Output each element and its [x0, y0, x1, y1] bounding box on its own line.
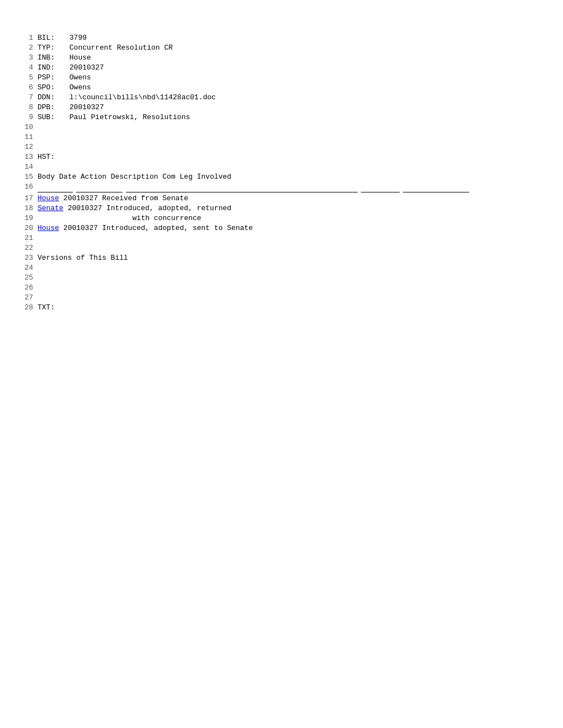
line-num-17: 17: [22, 194, 38, 204]
line-num-13: 13: [22, 152, 38, 162]
hist-row1-body[interactable]: House: [38, 194, 59, 202]
psp-value: Owens: [70, 73, 91, 82]
line-13: 13 HST:: [22, 152, 541, 162]
line-num-5: 5: [22, 73, 38, 83]
hist-row2-body[interactable]: Senate: [38, 204, 63, 212]
line-15: 15 Body Date Action Description Com Leg …: [22, 172, 541, 182]
line-9: 9 SUB: Paul Pietrowski, Resolutions: [22, 113, 541, 122]
hist-divider-row: [38, 182, 541, 194]
line-num-27: 27: [22, 293, 38, 303]
line-5: 5 PSP: Owens: [22, 73, 541, 83]
line-content-1: BIL: 3799: [38, 33, 541, 43]
line-content-3: INB: House: [38, 53, 541, 63]
line-17: 17 House 20010327 Received from Senate: [22, 194, 541, 204]
line-num-18: 18: [22, 204, 38, 213]
hst-label: HST:: [38, 152, 65, 162]
line-2: 2 TYP: Concurrent Resolution CR: [22, 43, 541, 53]
line-4: 4 IND: 20010327: [22, 63, 541, 73]
line-content-5: PSP: Owens: [38, 73, 541, 83]
ind-value: 20010327: [70, 63, 104, 72]
line-6: 6 SPO: Owens: [22, 83, 541, 93]
line-num-28: 28: [22, 303, 38, 313]
bil-value: 3799: [70, 34, 87, 42]
line-27: 27: [22, 293, 541, 303]
line-num-21: 21: [22, 233, 38, 243]
line-content-8: DPB: 20010327: [38, 103, 541, 113]
spo-label: SPO:: [38, 83, 65, 93]
hist-row-2: Senate 20010327 Introduced, adopted, ret…: [38, 204, 541, 213]
line-num-14: 14: [22, 162, 38, 172]
line-num-10: 10: [22, 122, 38, 132]
line-1: 1 BIL: 3799: [22, 33, 541, 43]
line-content-7: DDN: l:\council\bills\nbd\11428ac01.doc: [38, 93, 541, 103]
dpb-label: DPB:: [38, 103, 65, 113]
line-num-6: 6: [22, 83, 38, 93]
hist-header-date: Date: [59, 173, 76, 181]
line-10: 10: [22, 122, 541, 132]
line-num-7: 7: [22, 93, 38, 103]
line-num-3: 3: [22, 53, 38, 63]
ddn-label: DDN:: [38, 93, 65, 103]
ind-label: IND:: [38, 63, 65, 73]
line-num-11: 11: [22, 132, 38, 142]
line-num-25: 25: [22, 273, 38, 283]
versions-label: Versions of This Bill: [38, 253, 541, 263]
inb-label: INB:: [38, 53, 65, 63]
sub-value: Paul Pietrowski, Resolutions: [70, 113, 190, 121]
line-content-4: IND: 20010327: [38, 63, 541, 73]
line-20: 20 House 20010327 Introduced, adopted, s…: [22, 223, 541, 233]
hist-row3-body[interactable]: House: [38, 224, 59, 232]
line-7: 7 DDN: l:\council\bills\nbd\11428ac01.do…: [22, 93, 541, 103]
line-3: 3 INB: House: [22, 53, 541, 63]
line-18: 18 Senate 20010327 Introduced, adopted, …: [22, 204, 541, 213]
line-26: 26: [22, 283, 541, 293]
line-25: 25: [22, 273, 541, 283]
line-num-9: 9: [22, 113, 38, 122]
hist-header-body: Body: [38, 173, 55, 181]
psp-label: PSP:: [38, 73, 65, 83]
line-num-15: 15: [22, 172, 38, 182]
line-num-19: 19: [22, 213, 38, 223]
line-num-23: 23: [22, 253, 38, 263]
hist-row-2-cont: with concurrence: [38, 213, 541, 223]
hist-header-leg: Leg Involved: [180, 173, 232, 181]
line-content-13: HST:: [38, 152, 541, 162]
hist-row2-action2: with concurrence: [132, 214, 201, 222]
line-num-8: 8: [22, 103, 38, 113]
line-num-20: 20: [22, 223, 38, 233]
line-14: 14: [22, 162, 541, 172]
line-11: 11: [22, 132, 541, 142]
hist-row3-date: 20010327: [63, 224, 98, 232]
line-28: 28 TXT:: [22, 303, 541, 313]
ddn-value: l:\council\bills\nbd\11428ac01.doc: [70, 93, 216, 101]
line-num-1: 1: [22, 33, 38, 43]
line-num-26: 26: [22, 283, 38, 293]
hist-header-action: Action Description: [81, 173, 158, 181]
hist-header-row: Body Date Action Description Com Leg Inv…: [38, 172, 541, 182]
line-content-6: SPO: Owens: [38, 83, 541, 93]
hist-row-1: House 20010327 Received from Senate: [38, 194, 541, 204]
inb-value: House: [70, 53, 91, 62]
line-19: 19 with concurrence: [22, 213, 541, 223]
dpb-value: 20010327: [70, 103, 104, 111]
line-21: 21: [22, 233, 541, 243]
typ-value: Concurrent Resolution CR: [70, 44, 173, 52]
line-content-9: SUB: Paul Pietrowski, Resolutions: [38, 113, 541, 122]
line-num-24: 24: [22, 263, 38, 273]
hist-row2-action: Introduced, adopted, returned: [107, 204, 231, 212]
txt-label: TXT:: [38, 303, 65, 313]
hist-row3-action: Introduced, adopted, sent to Senate: [102, 224, 253, 232]
line-23: 23 Versions of This Bill: [22, 253, 541, 263]
line-8: 8 DPB: 20010327: [22, 103, 541, 113]
hist-row1-date: 20010327: [63, 194, 98, 202]
sub-label: SUB:: [38, 113, 65, 122]
hist-row1-action: Received from Senate: [102, 194, 188, 202]
spo-value: Owens: [70, 83, 91, 92]
line-num-22: 22: [22, 243, 38, 253]
bil-label: BIL:: [38, 33, 65, 43]
hist-row2-date: 20010327: [68, 204, 102, 212]
line-12: 12: [22, 142, 541, 152]
line-num-12: 12: [22, 142, 38, 152]
line-24: 24: [22, 263, 541, 273]
line-num-4: 4: [22, 63, 38, 73]
